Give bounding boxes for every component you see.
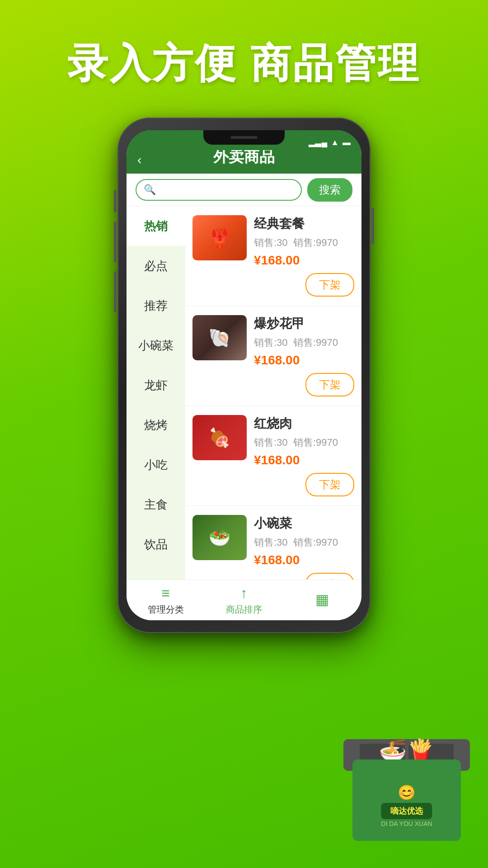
sidebar-label-3: 小碗菜 [138,338,174,354]
sidebar-item-4[interactable]: 龙虾 [127,365,185,405]
product-price-3: ¥168.00 [254,553,354,567]
volume-down-button [114,271,117,312]
product-item-0: 🦞 经典套餐 销售:30 销售:9970 ¥168.00 下架 [185,206,361,306]
product-row-2: 🍖 红烧肉 销售:30 销售:9970 ¥168.00 [192,415,354,467]
delist-button-1[interactable]: 下架 [305,373,354,396]
product-image-1: 🐚 [192,315,247,360]
wifi-icon: ▲ [331,138,339,147]
delivery-box: 🍜🍟 😊 嘀达优选 DI DA YOU XUAN [343,714,470,841]
search-bar: 🔍 搜索 [127,174,361,206]
product-image-2: 🍖 [192,415,247,460]
bottom-bar: ≡ 管理分类 ↑ 商品排序 ▦ [127,580,361,620]
product-item-2: 🍖 红烧肉 销售:30 销售:9970 ¥168.00 下架 [185,406,361,506]
sidebar-item-1[interactable]: 必点 [127,246,185,286]
sidebar-item-7[interactable]: 主食 [127,485,185,524]
product-info-1: 爆炒花甲 销售:30 销售:9970 ¥168.00 [254,315,354,368]
product-price-2: ¥168.00 [254,453,354,467]
product-stats-0: 销售:30 销售:9970 [254,236,354,250]
sidebar-label-2: 推荐 [144,298,168,314]
product-info-2: 红烧肉 销售:30 销售:9970 ¥168.00 [254,415,354,467]
product-item-1: 🐚 爆炒花甲 销售:30 销售:9970 ¥168.00 下架 [185,306,361,406]
search-icon: 🔍 [144,184,156,196]
tab-more[interactable]: ▦ [283,591,361,610]
sidebar-label-4: 龙虾 [144,377,168,393]
tab-manage-category-label: 管理分类 [148,604,184,616]
volume-up-button [114,222,117,262]
sidebar-label-5: 烧烤 [144,417,168,433]
back-button[interactable]: ‹ [137,153,141,167]
product-name-3: 小碗菜 [254,515,354,532]
sidebar-label-6: 小吃 [144,457,168,473]
product-stats-2: 销售:30 销售:9970 [254,436,354,449]
product-row-0: 🦞 经典套餐 销售:30 销售:9970 ¥168.00 [192,215,354,268]
tab-product-sort-label: 商品排序 [226,604,262,616]
product-stats-1: 销售:30 销售:9970 [254,336,354,349]
battery-icon: ▬ [343,138,351,147]
delist-button-2[interactable]: 下架 [305,473,354,496]
delist-button-3[interactable]: 下架 [305,573,354,580]
product-price-1: ¥168.00 [254,353,354,368]
product-image-3: 🥗 [192,515,247,560]
product-name-0: 经典套餐 [254,215,354,232]
box-brand-en: DI DA YOU XUAN [381,820,432,827]
product-stats-3: 销售:30 销售:9970 [254,536,354,549]
sidebar-item-2[interactable]: 推荐 [127,286,185,326]
product-info-0: 经典套餐 销售:30 销售:9970 ¥168.00 [254,215,354,268]
sidebar-label-8: 饮品 [144,537,168,552]
sidebar-item-0[interactable]: 热销 [127,206,185,246]
signal-icon: ▂▃▄ [309,137,327,147]
product-item-3: 🥗 小碗菜 销售:30 销售:9970 ¥168.00 下架 [185,506,361,580]
product-sort-icon: ↑ [240,585,248,602]
box-brand-text: 嘀达优选 [381,803,432,819]
mute-button [114,190,117,212]
sidebar: 热销 必点 推荐 小碗菜 龙虾 烧烤 小吃 [127,206,185,580]
sidebar-item-8[interactable]: 饮品 [127,524,185,564]
speaker [230,136,258,139]
sidebar-item-6[interactable]: 小吃 [127,445,185,485]
delist-button-0[interactable]: 下架 [305,273,354,297]
phone-screen: ▂▃▄ ▲ ▬ ‹ 外卖商品 🔍 搜索 热销 [127,130,361,620]
product-row-1: 🐚 爆炒花甲 销售:30 销售:9970 ¥168.00 [192,315,354,368]
sidebar-label-0: 热销 [144,218,168,234]
box-body: 😊 嘀达优选 DI DA YOU XUAN [352,760,461,841]
tab-product-sort[interactable]: ↑ 商品排序 [205,585,283,616]
product-action-3: 下架 [192,573,354,580]
manage-category-icon: ≡ [161,585,170,602]
sidebar-label-7: 主食 [144,497,168,513]
product-list: 🦞 经典套餐 销售:30 销售:9970 ¥168.00 下架 [185,206,361,580]
main-content: 热销 必点 推荐 小碗菜 龙虾 烧烤 小吃 [127,206,361,580]
search-input-wrap[interactable]: 🔍 [136,179,302,201]
notch [203,130,285,145]
status-icons: ▂▃▄ ▲ ▬ [309,137,351,147]
more-icon: ▦ [315,591,329,608]
product-action-2: 下架 [192,473,354,496]
sidebar-item-3[interactable]: 小碗菜 [127,326,185,365]
product-info-3: 小碗菜 销售:30 销售:9970 ¥168.00 [254,515,354,567]
product-row-3: 🥗 小碗菜 销售:30 销售:9970 ¥168.00 [192,515,354,567]
box-logo: 😊 嘀达优选 DI DA YOU XUAN [381,784,432,827]
product-image-0: 🦞 [192,215,247,260]
hero-title: 录入方便 商品管理 [0,36,488,91]
power-button [371,208,374,244]
product-name-1: 爆炒花甲 [254,315,354,332]
phone-device: ▂▃▄ ▲ ▬ ‹ 外卖商品 🔍 搜索 热销 [117,118,371,633]
product-name-2: 红烧肉 [254,415,354,432]
search-button[interactable]: 搜索 [307,178,352,202]
product-price-0: ¥168.00 [254,253,354,268]
tab-manage-category[interactable]: ≡ 管理分类 [127,585,205,616]
sidebar-label-1: 必点 [144,258,168,274]
sidebar-item-5[interactable]: 烧烤 [127,405,185,445]
product-action-1: 下架 [192,373,354,396]
product-action-0: 下架 [192,273,354,297]
